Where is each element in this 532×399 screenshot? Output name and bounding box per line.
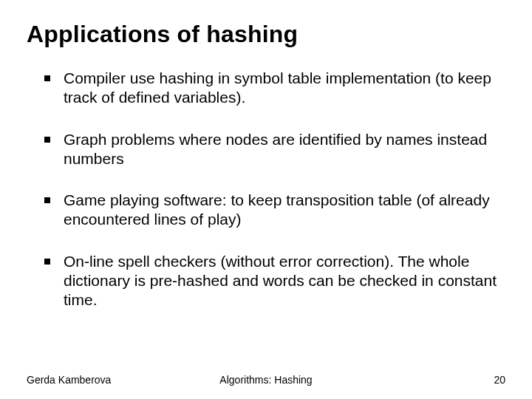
- list-item: Game playing software: to keep transposi…: [44, 191, 505, 230]
- slide-title: Applications of hashing: [27, 21, 505, 48]
- bullet-list: Compiler use hashing in symbol table imp…: [27, 69, 505, 310]
- footer-page-number: 20: [494, 374, 505, 386]
- footer-title: Algorithms: Hashing: [0, 374, 532, 386]
- slide: Applications of hashing Compiler use has…: [0, 0, 532, 399]
- list-item: On-line spell checkers (without error co…: [44, 252, 505, 310]
- list-item: Graph problems where nodes are identifie…: [44, 130, 505, 169]
- list-item: Compiler use hashing in symbol table imp…: [44, 69, 505, 108]
- footer: Gerda Kamberova Algorithms: Hashing 20: [0, 374, 532, 389]
